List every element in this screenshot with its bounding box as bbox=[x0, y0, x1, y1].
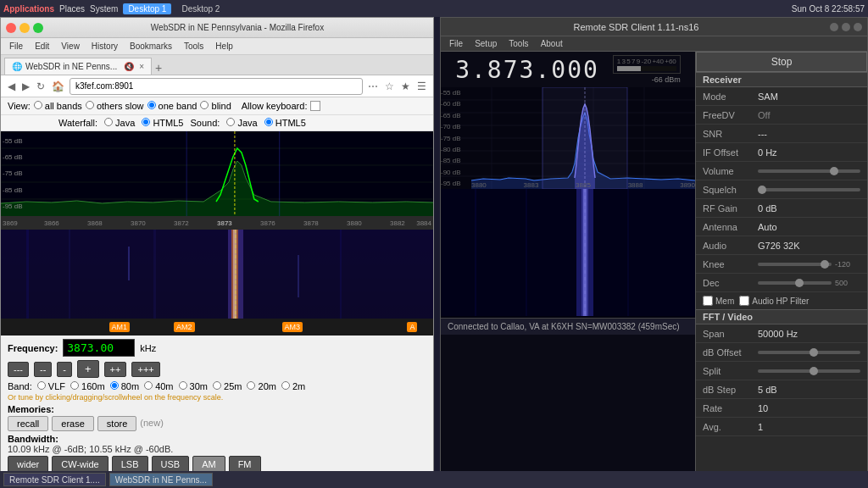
snd-html5[interactable]: HTML5 bbox=[264, 118, 306, 128]
menu-edit[interactable]: Edit bbox=[30, 40, 54, 53]
firefox-title: WebSDR in NE Pennsylvania - Mozilla Fire… bbox=[47, 23, 428, 32]
system-menu[interactable]: System bbox=[90, 4, 118, 14]
maximize-button[interactable] bbox=[33, 23, 43, 33]
tab-websdr[interactable]: 🌐 WebSDR in NE Penns... 🔇 × bbox=[4, 58, 152, 75]
taskbar-websdr[interactable]: WebSDR in NE Penns... bbox=[109, 473, 213, 486]
taskbar-sdr-label: Remote SDR Client 1.... bbox=[9, 475, 100, 485]
reader-btn[interactable]: ☰ bbox=[415, 79, 428, 94]
keyboard-checkbox[interactable] bbox=[310, 101, 320, 111]
knee-slider[interactable]: -120 bbox=[758, 260, 860, 269]
squelch-row[interactable]: Squelch bbox=[696, 180, 867, 199]
tune-minus3[interactable]: --- bbox=[8, 362, 29, 377]
taskbar-sdr[interactable]: Remote SDR Client 1.... bbox=[3, 473, 106, 486]
dec-label: Dec bbox=[703, 278, 758, 288]
sdr-menu-file[interactable]: File bbox=[444, 38, 468, 49]
sdr-menu-about[interactable]: About bbox=[536, 38, 568, 49]
menu-bookmarks[interactable]: Bookmarks bbox=[125, 40, 177, 53]
wider-btn[interactable]: wider bbox=[8, 456, 48, 473]
bookmark-star-btn[interactable]: ★ bbox=[399, 79, 412, 94]
split-row[interactable]: Split bbox=[696, 362, 867, 380]
fm-btn[interactable]: FM bbox=[229, 456, 261, 473]
band-40m[interactable]: 40m bbox=[144, 381, 173, 391]
new-tab-btn[interactable]: + bbox=[155, 61, 162, 75]
cw-wide-btn[interactable]: CW-wide bbox=[52, 456, 108, 473]
minimize-button[interactable] bbox=[19, 23, 30, 33]
sdr-menu-setup[interactable]: Setup bbox=[470, 38, 502, 49]
audio-hp-checkbox[interactable] bbox=[739, 296, 749, 306]
store-btn[interactable]: store bbox=[97, 416, 136, 431]
back-button[interactable]: ◀ bbox=[6, 79, 17, 94]
forward-button[interactable]: ▶ bbox=[20, 79, 31, 94]
wf-html5[interactable]: HTML5 bbox=[142, 118, 183, 128]
sdr-waterfall[interactable] bbox=[441, 189, 695, 318]
band-80m[interactable]: 80m bbox=[110, 381, 139, 391]
sdr-close-btn[interactable] bbox=[830, 23, 838, 31]
waterfall-label: Waterfall: bbox=[58, 118, 97, 128]
close-button[interactable] bbox=[6, 23, 16, 33]
controls-area: Frequency: kHz --- -- - + ++ +++ Band: V… bbox=[1, 336, 433, 488]
applications-menu[interactable]: Applications bbox=[3, 4, 54, 14]
spectrum-display[interactable]: -55 dB -65 dB -75 dB -85 dB -95 dB bbox=[1, 131, 433, 216]
span-row: Span 50000 Hz bbox=[696, 324, 867, 343]
url-input[interactable] bbox=[70, 78, 363, 95]
snr-value: --- bbox=[758, 129, 767, 139]
waterfall-display[interactable] bbox=[1, 230, 433, 319]
audio-hp-checkbox-item[interactable]: Audio HP Filter bbox=[739, 296, 809, 306]
wf-java[interactable]: Java bbox=[104, 118, 135, 128]
tune-plus2[interactable]: ++ bbox=[104, 362, 127, 377]
refresh-button[interactable]: ↻ bbox=[35, 79, 47, 94]
sdr-max-btn[interactable] bbox=[854, 23, 862, 31]
sdr-menu-tools[interactable]: Tools bbox=[504, 38, 533, 49]
am-btn[interactable]: AM bbox=[192, 456, 225, 473]
band-2m[interactable]: 2m bbox=[281, 381, 305, 391]
mem-checkbox-item[interactable]: Mem bbox=[703, 296, 734, 306]
dec-slider[interactable]: 500 bbox=[758, 279, 860, 287]
split-slider[interactable] bbox=[758, 369, 860, 373]
snr-row: SNR --- bbox=[696, 125, 867, 143]
menu-file[interactable]: File bbox=[4, 40, 28, 53]
band-30m[interactable]: 30m bbox=[179, 381, 208, 391]
places-menu[interactable]: Places bbox=[59, 4, 85, 14]
url-options-btn[interactable]: ⋯ bbox=[366, 79, 380, 94]
lsb-btn[interactable]: LSB bbox=[112, 456, 148, 473]
volume-slider[interactable] bbox=[758, 169, 860, 173]
squelch-slider[interactable] bbox=[758, 188, 860, 191]
stop-button[interactable]: Stop bbox=[696, 52, 867, 72]
band-25m[interactable]: 25m bbox=[213, 381, 242, 391]
band-20m[interactable]: 20m bbox=[247, 381, 275, 391]
recall-btn[interactable]: recall bbox=[8, 416, 48, 431]
sdr-min-btn[interactable] bbox=[842, 23, 850, 31]
db-offset-row[interactable]: dB Offset bbox=[696, 343, 867, 362]
knee-row[interactable]: Knee -120 bbox=[696, 255, 867, 274]
mem-checkbox[interactable] bbox=[703, 296, 713, 306]
bw-info: 10.09 kHz @ -6dB; 10.55 kHz @ -60dB. bbox=[8, 444, 426, 454]
erase-btn[interactable]: erase bbox=[52, 416, 94, 431]
tune-plus3[interactable]: +++ bbox=[131, 362, 159, 377]
db-offset-slider[interactable] bbox=[758, 351, 860, 354]
sdr-spectrum-canvas[interactable]: -55 dB -60 dB -65 dB -70 dB -75 dB -80 d… bbox=[441, 87, 695, 189]
band-160m[interactable]: 160m bbox=[70, 381, 105, 391]
band-vlf[interactable]: VLF bbox=[37, 381, 65, 391]
snd-java[interactable]: Java bbox=[226, 118, 257, 128]
memories-row: Memories: recall erase store (new) bbox=[8, 404, 426, 431]
span-label: Span bbox=[703, 329, 758, 339]
menu-view[interactable]: View bbox=[56, 40, 85, 53]
freq-input[interactable] bbox=[63, 339, 135, 357]
desktop2-btn[interactable]: Desktop 2 bbox=[176, 3, 225, 14]
view-one-band[interactable]: one band bbox=[147, 101, 198, 111]
tune-minus1[interactable]: - bbox=[57, 362, 72, 377]
view-allbands[interactable]: all bands bbox=[34, 101, 82, 111]
menu-history[interactable]: History bbox=[86, 40, 123, 53]
bookmark-btn[interactable]: ☆ bbox=[383, 79, 396, 94]
desktop1-btn[interactable]: Desktop 1 bbox=[123, 3, 171, 14]
tune-minus2[interactable]: -- bbox=[34, 362, 52, 377]
home-button[interactable]: 🏠 bbox=[50, 79, 66, 94]
volume-row[interactable]: Volume bbox=[696, 162, 867, 180]
view-others-slow[interactable]: others slow bbox=[86, 101, 144, 111]
view-blind[interactable]: blind bbox=[200, 101, 231, 111]
usb-btn[interactable]: USB bbox=[152, 456, 190, 473]
dec-row[interactable]: Dec 500 bbox=[696, 274, 867, 292]
menu-tools[interactable]: Tools bbox=[179, 40, 209, 53]
menu-help[interactable]: Help bbox=[210, 40, 238, 53]
tune-plus1[interactable]: + bbox=[77, 360, 99, 378]
